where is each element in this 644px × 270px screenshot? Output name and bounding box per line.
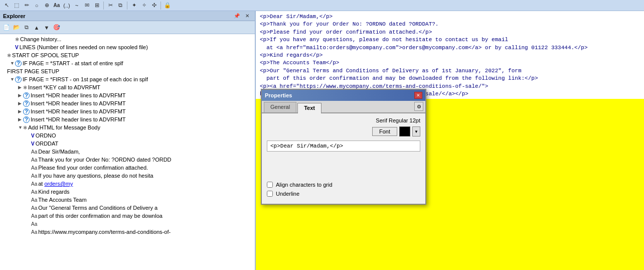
content-line: <p>Please find your order confirmation a… [260, 29, 640, 36]
tree-item-label: part of this order confirmation and may … [38, 213, 163, 219]
special1-tool[interactable]: ✦ [129, 1, 138, 10]
tree-item[interactable]: ✱START OF SPOOL SETUP [0, 51, 255, 59]
tree-item-label: Thank you for your Order No: ?ORDNO date… [38, 157, 171, 163]
tree-item-label: The Accounts Team [38, 197, 86, 203]
font-button[interactable]: Font [372, 127, 397, 136]
open-icon[interactable]: 📂 [12, 23, 21, 32]
tree-item-label: Insert *HDR header lines to ADVRFMT [31, 116, 126, 122]
tree-item[interactable]: ▶?Insert *HDR header lines to ADVRFMT [0, 99, 255, 107]
dialog-tabs: General Text ⚙ [262, 101, 425, 113]
tree-item[interactable]: ▼✱Add HTML for Message Body [0, 123, 255, 131]
new-icon[interactable]: 📄 [2, 23, 11, 32]
move-down-icon[interactable]: ▼ [42, 23, 51, 32]
tree-item[interactable]: AaThank you for your Order No: ?ORDNO da… [0, 156, 255, 164]
tree-item[interactable]: Aa [0, 220, 255, 228]
underline-label: Underline [276, 191, 299, 197]
parens-tool[interactable]: (..) [62, 1, 71, 10]
main-layout: Explorer 📌 ✕ 📄 📂 ⧉ ▲ ▼ 🎯 ✱Change history… [0, 11, 644, 270]
question-icon: ? [23, 100, 30, 107]
expand-icon[interactable]: ▼ [10, 77, 15, 82]
explorer-close-icon[interactable]: ✕ [243, 12, 252, 21]
special3-tool[interactable]: ✣ [149, 1, 158, 10]
tree-item-label: ORDNO [36, 132, 56, 139]
underline-row: Underline [267, 191, 420, 197]
tab-text[interactable]: Text [297, 103, 321, 113]
tree-item[interactable]: AaDear Sir/Madam, [0, 148, 255, 156]
tree-item-label: Our "General Terms and Conditions of Del… [38, 205, 157, 211]
expand-icon[interactable]: ▶ [18, 85, 23, 90]
content-area: <p>Dear Sir/Madam,</p><p>Thank you for y… [256, 11, 644, 99]
text-node-icon: Aa [31, 157, 37, 163]
tree-item[interactable]: FIRST PAGE SETUP [0, 67, 255, 75]
tree-item-label: LINES (Number of lines needed on new spo… [20, 44, 148, 50]
tree-item[interactable]: ▼?IF PAGE = *FIRST - on 1st page of each… [0, 75, 255, 83]
underline-checkbox[interactable] [267, 191, 273, 197]
tree-item[interactable]: VORDDAT [0, 140, 255, 148]
color-swatch[interactable] [399, 126, 410, 137]
tree-item-label: IF PAGE = *START - at start of entire sp… [23, 60, 123, 66]
align-to-grid-label: Align characters to grid [276, 182, 333, 188]
text-node-icon: Aa [31, 181, 37, 187]
tree-item-label: ORDDAT [36, 141, 59, 147]
tree-item[interactable]: ▶?Insert *HDR header lines to ADVRFMT [0, 107, 255, 115]
copy-doc-icon[interactable]: ⧉ [22, 23, 31, 32]
tree-item[interactable]: ▶✱Insert *KEY call to ADVRFMT [0, 83, 255, 91]
tree-item[interactable]: ▶?Insert *HDR header lines to ADVRFMT [0, 91, 255, 99]
tab-general[interactable]: General [264, 102, 296, 112]
select-tool[interactable]: ⬚ [12, 1, 21, 10]
tree-item[interactable]: ▶?Insert *HDR header lines to ADVRFMT [0, 115, 255, 123]
tree-item[interactable]: Aapart of this order confirmation and ma… [0, 212, 255, 220]
tree-item[interactable]: ▼?IF PAGE = *START - at start of entire … [0, 59, 255, 67]
target-icon[interactable]: 🎯 [52, 23, 61, 32]
expand-icon[interactable]: ▶ [18, 101, 23, 106]
envelope-tool[interactable]: ✉ [82, 1, 91, 10]
top-toolbar: ↖ ⬚ ✏ ○ ⊕ Aa (..) ~ ✉ ⊞ ✂ ⧉ ✦ ✧ ✣ 🔒 [0, 0, 644, 11]
tree-item[interactable]: AaThe Accounts Team [0, 196, 255, 204]
tree-item-label: If you have any questions, please do not… [38, 173, 153, 179]
font-info: Serif Regular 12pt [267, 117, 420, 123]
explorer-tree[interactable]: ✱Change history...VLINES (Number of line… [0, 34, 255, 270]
dialog-close-button[interactable]: ✕ [414, 92, 422, 99]
text-node-icon: Aa [31, 197, 37, 203]
text-node-icon: Aa [31, 173, 37, 179]
tree-item[interactable]: AaKind regards [0, 188, 255, 196]
var-icon: V [15, 45, 19, 50]
expand-icon[interactable]: ▶ [18, 109, 23, 114]
pin-icon[interactable]: 📌 [232, 12, 241, 21]
content-line: part of this order confirmation and may … [260, 75, 640, 82]
text-tool[interactable]: Aa [52, 1, 61, 10]
tree-item[interactable]: AaPlease find your order confirmation at… [0, 164, 255, 172]
sep3 [160, 2, 161, 10]
code-tool[interactable]: ⊕ [42, 1, 51, 10]
lock-tool[interactable]: 🔒 [163, 1, 172, 10]
lines-tool[interactable]: ⊞ [92, 1, 101, 10]
copy-tool[interactable]: ⧉ [116, 1, 125, 10]
color-dropdown-arrow[interactable]: ▼ [412, 126, 420, 137]
move-up-icon[interactable]: ▲ [32, 23, 41, 32]
question-icon: ? [15, 76, 22, 83]
align-to-grid-checkbox[interactable] [267, 182, 273, 188]
expand-icon[interactable]: ▶ [18, 117, 23, 122]
var-icon: V [31, 141, 35, 147]
tilde-tool[interactable]: ~ [72, 1, 81, 10]
special2-tool[interactable]: ✧ [139, 1, 148, 10]
tree-item[interactable]: VORDNO [0, 131, 255, 140]
tree-item[interactable]: Aaat orders@my [0, 180, 255, 188]
dialog-tab-settings-icon[interactable]: ⚙ [414, 102, 423, 111]
expand-icon[interactable]: ▼ [10, 61, 15, 66]
circle-tool[interactable]: ○ [32, 1, 41, 10]
cursor-tool[interactable]: ↖ [2, 1, 11, 10]
tree-item-label: Dear Sir/Madam, [38, 149, 80, 155]
expand-icon[interactable]: ▼ [18, 125, 23, 130]
scissors-tool[interactable]: ✂ [106, 1, 115, 10]
tree-item[interactable]: AaIf you have any questions, please do n… [0, 172, 255, 180]
tree-item-label: Kind regards [38, 189, 69, 195]
dialog-titlebar: Properties ✕ [262, 90, 425, 101]
tree-item[interactable]: VLINES (Number of lines needed on new sp… [0, 43, 255, 51]
expand-icon[interactable]: ▶ [18, 93, 23, 98]
tree-item[interactable]: AaOur "General Terms and Conditions of D… [0, 204, 255, 212]
tree-item[interactable]: Aahttps://www.mycompany.com/terms-and-co… [0, 228, 255, 236]
pencil-tool[interactable]: ✏ [22, 1, 31, 10]
tree-item[interactable]: ✱Change history... [0, 35, 255, 43]
tree-item-label: FIRST PAGE SETUP [7, 68, 59, 74]
